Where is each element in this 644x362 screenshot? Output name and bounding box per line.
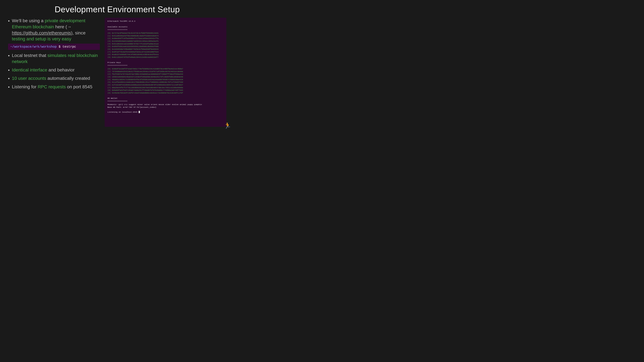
private-keys-label: Private Keys <box>108 61 224 64</box>
bullet-dot-3: • <box>8 67 10 73</box>
account-9: (9) 0x0c1202e576f83fe09ab1584212eddcea80… <box>108 56 224 59</box>
bullet-item-1: • We'll be using a private development E… <box>8 18 100 42</box>
bullet-item-4: • 10 user accounts automatically created <box>8 75 100 81</box>
highlight-identical-interface: Identical interface <box>12 67 47 72</box>
bullet-item-2: • Local testnet that simulates real bloc… <box>8 52 100 65</box>
bullet-dot-5: • <box>8 84 10 90</box>
divider2: ================== <box>108 64 224 67</box>
hd-path-line: Base HD Path: m/44'/60'/0'/0/{account_in… <box>108 106 224 109</box>
key-1: (1) 757d480a9425422de317f03dceec554ecc51… <box>108 70 224 73</box>
key-8: (8) 8ebab6fa63fad7c65ab74a0a25cff49a0bfe… <box>108 89 224 92</box>
slide: Development Environment Setup • We'll be… <box>0 0 234 131</box>
accounts-label: Available Accounts <box>108 25 224 28</box>
highlight-10-accounts: 10 user accounts <box>12 76 46 81</box>
bullet-item-3: • Identical interface and behavior <box>8 67 100 73</box>
terminal-command-box: ~/workspace/wrk/workshop $ testrpc <box>8 44 100 50</box>
account-4: (4) 0x5ca962eecae2a50bb7679277fced10fadd… <box>108 43 224 45</box>
hd-wallet-label: HD Wallet <box>108 97 224 100</box>
account-8: (8) 0xa0cb7e68bd6744c4fd6916846ce3bb4e3e… <box>108 53 224 56</box>
mnemonic-line: Mnemonic: girl cry suggest minor valve o… <box>108 103 224 106</box>
mnemonic-label: Mnemonic: <box>108 103 119 105</box>
cursor-icon <box>138 111 140 113</box>
rpc-terminal-output: EthereumJS TestRPC v3.0.3 Available Acco… <box>105 18 226 127</box>
account-0: (0) 0x727ac9f9a3a470cd1437dc3cfb0bf55566… <box>108 32 224 34</box>
left-panel: • We'll be using a private development E… <box>8 18 100 127</box>
bullet-dot-1: • <box>8 18 10 24</box>
key-0: (0) 8296df3e1b8f5f42a67503c779efd385b234… <box>108 67 224 70</box>
account-5: (5) 0x059f0391ea6102e565559110a05001db95… <box>108 45 224 48</box>
key-9: (9) 5245e9e7b9183fc59f87c6ed7e9abd886ce8… <box>108 92 224 94</box>
logo-area: 🏃 <box>224 122 231 129</box>
divider3: ================== <box>108 100 224 103</box>
account-1: (1) 0x51a0039aa4ef8b2408bbdbcda83f53deb4… <box>108 34 224 37</box>
account-7: (7) 0x9f2ef7919af6442b66afd281cd7422653d… <box>108 51 224 53</box>
bullet-text-3: Identical interface and behavior <box>12 67 74 73</box>
highlight-private-blockchain: private development Ethereum blockchain <box>12 18 85 29</box>
key-7: (7) 60a26e44fb7fcf7911993bb920229679e539… <box>108 86 224 89</box>
content-area: • We'll be using a private development E… <box>8 18 226 127</box>
account-3: (3) 0x24d3d62dad12a8dd27ad3532ccb5a1c005… <box>108 40 224 43</box>
key-2: (2) f81fd407a79744a457ae7d0bc433ab0d1ac6… <box>108 73 224 76</box>
listen-text: Listening on localhost:8545 <box>108 111 138 113</box>
key-3: (3) 1658310940d424ba5437c343b4fe09a998c8… <box>108 76 224 78</box>
logo-icon: 🏃 <box>224 122 231 129</box>
key-4: (4) 48a681c6d34c7cd3b98454f8c5fd35bb16d2… <box>108 78 224 81</box>
bullet-text-4: 10 user accounts automatically created <box>12 75 90 81</box>
slide-title: Development Environment Setup <box>8 4 226 14</box>
account-6: (6) 0x2e9203da725ba08877925e3cf8dad28df9… <box>108 48 224 51</box>
mnemonic-value: girl cry suggest minor valve orient mous… <box>119 103 202 105</box>
bullet-dot-4: • <box>8 76 10 81</box>
bullet-item-5: • Listening for RPC requests on port 854… <box>8 84 100 90</box>
highlight-rpc: RPC requests <box>38 84 66 89</box>
bullet-dot-2: • <box>8 53 10 58</box>
account-2: (2) 0x09e956ffc8fba560befc175eeca55ee265… <box>108 37 224 40</box>
highlight-testing: testing and setup is very easy <box>12 36 71 41</box>
bullet-text-5: Listening for RPC requests on port 8545 <box>12 84 92 90</box>
key-6: (6) e1fc0c0df432d6081ee88ba1b2210288e8ed… <box>108 84 224 86</box>
link-ethereumjs[interactable]: https://github.com/ethereumjs) <box>12 30 72 35</box>
rpc-header: EthereumJS TestRPC v3.0.3 <box>108 20 224 23</box>
bullet-text-2: Local testnet that simulates real blockc… <box>12 52 100 65</box>
bullet-text-1: We'll be using a private development Eth… <box>12 18 100 42</box>
listen-line: Listening on localhost:8545 <box>108 111 224 114</box>
terminal-prompt: ~/workspace/wrk/workshop <box>10 45 57 48</box>
highlight-simulates: simulates real blockchain network <box>12 53 98 64</box>
key-5: (5) 61cafbee004113a6e1dc27b0e9b96c251cf4… <box>108 81 224 84</box>
terminal-cmd: $ testrpc <box>57 45 76 48</box>
divider1: ================== <box>108 28 224 31</box>
